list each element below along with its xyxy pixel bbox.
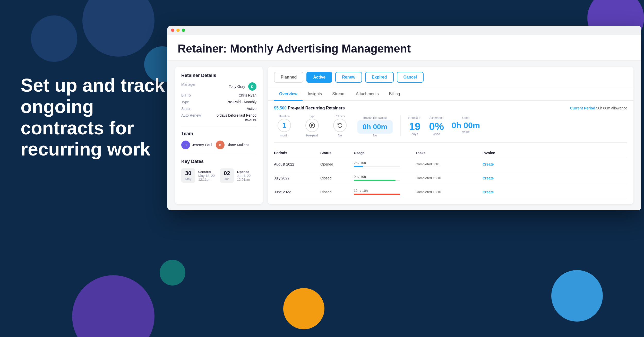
stat-budget: Budget Remaining 0h 00m No: [357, 116, 393, 137]
stats-left-group: Duration 1 month Type: [274, 115, 393, 137]
stat-duration-header: Duration: [279, 115, 290, 118]
date-info-created: Created May 18, 2212:11pm: [198, 170, 215, 182]
status-btn-expired[interactable]: Expired: [365, 72, 394, 83]
bg-circle-9: [160, 260, 185, 286]
stat-renew-sub: days: [408, 132, 422, 136]
stat-type: Type Pre-paid: [302, 115, 322, 137]
detail-label-manager: Manager: [181, 82, 207, 91]
status-btn-renew[interactable]: Renew: [335, 72, 362, 83]
retainer-details-title: Retainer Details: [181, 73, 256, 78]
detail-row-billto: Bill To Chris Ryan: [181, 93, 256, 97]
tab-billing[interactable]: Billing: [384, 88, 405, 101]
detail-row-status: Status Active: [181, 107, 256, 111]
prepaid-amount: $5,500: [274, 106, 287, 110]
date-card-opened: 02 Jun Opened Jun 1, 2212:01am: [220, 168, 251, 183]
status-btn-active[interactable]: Active: [306, 72, 332, 83]
stat-budget-header: Budget Remaining: [363, 116, 387, 119]
status-bar: Planned Active Renew Expired Cancel: [268, 67, 633, 88]
progress-bar-jun: [354, 194, 400, 195]
tab-stream[interactable]: Stream: [327, 88, 351, 101]
current-period-label: Current Period 50h 00m allowance: [570, 106, 627, 110]
detail-value-autorenew: 0 days before last Period expires: [207, 113, 256, 122]
avatar-diane: D: [216, 141, 225, 149]
hero-heading: Set up and track ongoing contracts for r…: [21, 75, 170, 160]
stats-right-group: Renew In 19 days Allowance 0% Used Used: [408, 116, 480, 136]
progress-fill-jul: [354, 180, 396, 181]
period-name-aug: August 2022: [274, 162, 320, 166]
status-btn-planned[interactable]: Planned: [274, 72, 303, 83]
period-tasks-aug: Completed 3/10: [416, 162, 483, 166]
team-member-jeremy-name: Jeremy Paul: [192, 143, 212, 147]
detail-value-type: Pre-Paid - Monthly: [207, 100, 256, 104]
app-window: Retainer: Monthly Advertising Management…: [167, 26, 641, 210]
tab-overview[interactable]: Overview: [274, 88, 303, 101]
stat-budget-number: 0h 00m: [363, 123, 388, 131]
date-day-created: 30: [184, 170, 193, 177]
divider-2: [181, 154, 256, 154]
progress-bar-aug: [354, 166, 400, 167]
team-member-diane: D Diane Mullens: [216, 141, 250, 149]
page-header: Retainer: Monthly Advertising Management: [167, 35, 641, 61]
stats-divider: [400, 116, 401, 136]
team-member-diane-name: Diane Mullens: [227, 143, 250, 147]
stat-allowance-value: 0%: [429, 121, 444, 132]
date-type-created: Created: [198, 170, 215, 174]
detail-label-autorenew: Auto Renew: [181, 113, 207, 122]
progress-fill-aug: [354, 166, 363, 167]
status-btn-cancel[interactable]: Cancel: [397, 72, 424, 83]
progress-bar-jul: [354, 180, 400, 181]
detail-value-manager: Tony Gray D: [207, 82, 256, 91]
divider-1: [181, 126, 256, 126]
usage-text-jul: 9h / 10h: [354, 175, 416, 179]
date-badge-opened: 02 Jun: [220, 168, 234, 183]
stat-used: Used 0h 00m Value: [452, 116, 480, 136]
detail-value-billto: Chris Ryan: [207, 93, 256, 97]
stat-rollover-icon: [333, 119, 347, 132]
tab-insights[interactable]: Insights: [303, 88, 327, 101]
date-month-opened: Jun: [225, 177, 229, 181]
detail-value-status: Active: [207, 107, 256, 111]
period-invoice-jun: Create: [483, 190, 513, 194]
period-tasks-jun: Completed 10/10: [416, 190, 483, 194]
stat-allowance-sub: Used: [429, 132, 444, 136]
tabs-bar: Overview Insights Stream Attachments Bil…: [268, 88, 633, 101]
invoice-create-jun[interactable]: Create: [483, 190, 494, 194]
usage-text-jun: 12h / 10h: [354, 189, 416, 193]
usage-text-aug: 2h / 10h: [354, 161, 416, 165]
invoice-create-aug[interactable]: Create: [483, 162, 494, 166]
period-invoice-jul: Create: [483, 176, 513, 180]
period-usage-aug: 2h / 10h: [354, 161, 416, 167]
left-panel: Retainer Details Manager Tony Gray D Bil…: [175, 67, 263, 204]
detail-row-autorenew: Auto Renew 0 days before last Period exp…: [181, 113, 256, 122]
invoice-create-jul[interactable]: Create: [483, 176, 494, 180]
dates-row: 30 May Created May 18, 2212:11pm 02 Jun: [181, 168, 256, 183]
avatar-jeremy: J: [181, 141, 190, 149]
tab-attachments[interactable]: Attachments: [351, 88, 384, 101]
col-invoice: Invoice: [483, 151, 513, 155]
detail-label-type: Type: [181, 100, 207, 104]
bg-circle-2: [31, 15, 77, 62]
prepaid-label: $5,500 Pre-paid Recurring Retainers: [274, 106, 345, 110]
date-detail-created: May 18, 2212:11pm: [198, 174, 215, 182]
stat-rollover-label: No: [338, 134, 342, 137]
stat-duration-icon: 1: [278, 119, 291, 132]
stat-budget-sub: No: [373, 134, 377, 137]
manager-avatar: D: [248, 82, 256, 91]
stat-duration-value: 1: [282, 121, 286, 129]
stat-rollover: Rollover No: [330, 115, 350, 137]
stat-rollover-header: Rollover: [335, 115, 345, 118]
date-type-opened: Opened: [237, 170, 251, 174]
col-tasks: Tasks: [416, 151, 483, 155]
stat-type-label: Pre-paid: [306, 134, 318, 137]
table-row: July 2022 Closed 9h / 10h Completed 10/1…: [274, 171, 627, 185]
period-usage-jun: 12h / 10h: [354, 189, 416, 195]
stat-budget-value: 0h 00m: [357, 120, 393, 134]
stat-allowance: Allowance 0% Used: [429, 116, 444, 136]
detail-row-type: Type Pre-Paid - Monthly: [181, 100, 256, 104]
window-body: Retainer: Monthly Advertising Management…: [167, 35, 641, 210]
stat-duration: Duration 1 month: [274, 115, 295, 137]
window-dot-green: [182, 29, 185, 32]
bg-circle-8: [283, 288, 324, 329]
col-usage: Usage: [354, 151, 416, 155]
stat-used-value: 0h 00m: [452, 121, 480, 130]
